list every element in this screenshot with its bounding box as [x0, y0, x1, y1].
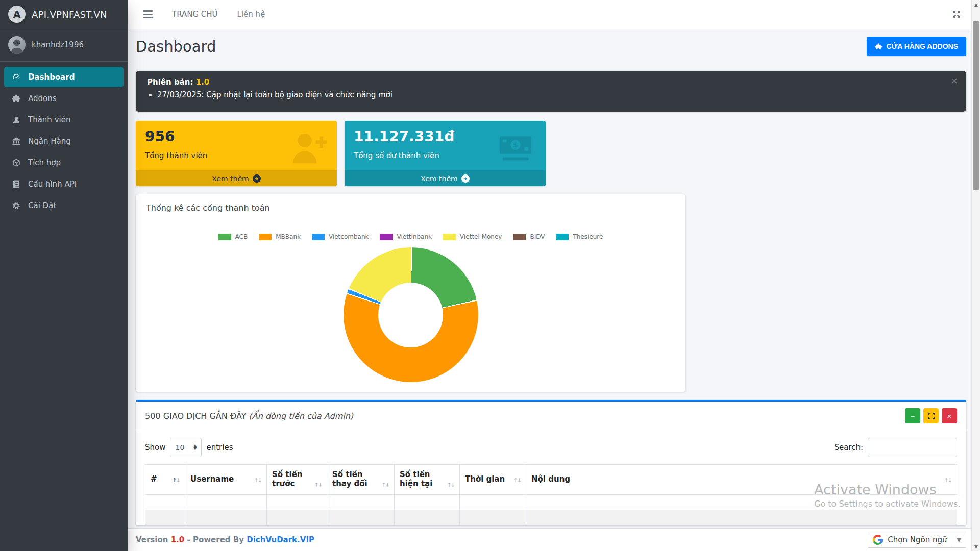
sort-icon: ↑↓: [314, 482, 322, 488]
stat-more-link[interactable]: Xem thêm: [136, 170, 337, 186]
sidebar-item-members[interactable]: Thành viên: [4, 110, 124, 130]
transactions-card: 500 GIAO DỊCH GẦN ĐÂY (Ẩn dòng tiền của …: [136, 400, 966, 525]
callout-note: 27/03/2025: Cập nhật lại toàn bộ giao di…: [157, 90, 955, 99]
legend-item[interactable]: MBBank: [259, 233, 301, 240]
stat-value: 956: [145, 128, 328, 145]
version-callout: Phiên bản: 1.0 27/03/2025: Cập nhật lại …: [136, 71, 966, 112]
column-header-label: Nội dung: [531, 474, 570, 484]
sidebar-item-label: Cấu hình API: [28, 180, 77, 189]
column-header[interactable]: Thời gian↑↓: [460, 465, 526, 495]
table-row: [145, 510, 957, 525]
addons-store-button[interactable]: CỬA HÀNG ADDONS: [867, 37, 966, 56]
legend-swatch: [556, 234, 569, 240]
sidebar-item-label: Ngân Hàng: [28, 137, 71, 146]
stat-label: Tổng số dư thành viên: [354, 151, 536, 160]
nav-link-home[interactable]: TRANG CHỦ: [172, 10, 218, 19]
main-footer: Version 1.0 - Powered By DichVuDark.VIP …: [128, 528, 971, 551]
table-cell: [145, 510, 185, 525]
sidebar-item-banks[interactable]: Ngân Hàng: [4, 131, 124, 152]
donut-chart[interactable]: [344, 247, 478, 382]
sidebar-item-api-config[interactable]: Cấu hình API: [4, 174, 124, 194]
stat-value: 11.127.331đ: [354, 128, 536, 145]
remove-button[interactable]: ×: [942, 408, 957, 423]
caret-down-icon: ▼: [957, 537, 961, 543]
brand-logo-icon: A: [8, 6, 26, 23]
google-icon: [873, 535, 883, 545]
legend-item[interactable]: ACB: [218, 233, 248, 240]
column-header-label: Username: [190, 474, 234, 484]
table-row: [145, 495, 957, 510]
maximize-button[interactable]: [923, 408, 939, 423]
footer-version-number: 1.0: [171, 535, 185, 544]
scrollbar-thumb[interactable]: [973, 21, 979, 190]
page-title: Dashboard: [136, 38, 216, 55]
sidebar-item-integrations[interactable]: Tích hợp: [4, 153, 124, 173]
column-header[interactable]: Số tiền trước↑↓: [267, 465, 327, 495]
column-header[interactable]: Số tiền thay đổi↑↓: [327, 465, 395, 495]
sidebar-item-dashboard[interactable]: Dashboard: [4, 67, 124, 87]
column-header[interactable]: #↑↓: [145, 465, 185, 495]
table-cell: [185, 510, 267, 525]
stat-box-members: 956 Tổng thành viên Xem thêm: [136, 121, 337, 186]
table-cell: [267, 510, 327, 525]
fullscreen-icon[interactable]: [951, 9, 962, 19]
stat-more-link[interactable]: Xem thêm: [345, 170, 546, 186]
legend-label: MBBank: [276, 233, 301, 240]
legend-label: Viettel Money: [460, 233, 502, 240]
show-label: Show: [145, 443, 165, 452]
table-cell: [185, 495, 267, 510]
column-header[interactable]: Số tiền hiện tại↑↓: [395, 465, 460, 495]
legend-swatch: [443, 234, 456, 240]
legend-item[interactable]: Vietcombank: [312, 233, 369, 240]
legend-label: Viettinbank: [397, 233, 432, 240]
powered-by-link[interactable]: DichVuDark.VIP: [247, 535, 314, 544]
column-header-label: Số tiền trước: [272, 470, 312, 488]
brand-text: API.VPNFAST.VN: [32, 9, 107, 20]
stat-box-balance: $ 11.127.331đ Tổng số dư thành viên Xem …: [345, 121, 546, 186]
language-selector[interactable]: Chọn Ngôn ngữ ▼: [868, 532, 966, 548]
legend-item[interactable]: BIDV: [513, 233, 545, 240]
sidebar-item-label: Dashboard: [28, 72, 75, 82]
legend-item[interactable]: Viettinbank: [380, 233, 432, 240]
puzzle-icon: [11, 94, 21, 103]
legend-swatch: [312, 234, 325, 240]
legend-label: ACB: [235, 233, 248, 240]
column-header[interactable]: Username↑↓: [185, 465, 267, 495]
legend-item[interactable]: Thesieure: [556, 233, 603, 240]
search-input[interactable]: [868, 438, 957, 457]
legend-item[interactable]: Viettel Money: [443, 233, 502, 240]
sidebar-item-label: Cài Đặt: [28, 201, 56, 210]
legend-swatch: [513, 234, 526, 240]
sidebar-item-settings[interactable]: Cài Đặt: [4, 195, 124, 216]
transactions-title-note: (Ẩn dòng tiền của Admin): [249, 411, 354, 421]
legend-label: Thesieure: [573, 233, 603, 240]
search-label: Search:: [834, 443, 863, 452]
main-area: TRANG CHỦ Liên hệ Dashboard CỬA HÀNG ADD…: [128, 0, 980, 551]
legend-swatch: [218, 234, 231, 240]
legend-label: BIDV: [530, 233, 545, 240]
gear-icon: [11, 201, 21, 210]
chart-title: Thống kê các cổng thanh toán: [146, 203, 675, 213]
page-length-select[interactable]: 10 ▲▼: [170, 438, 202, 457]
table-cell: [460, 510, 526, 525]
column-header-label: Số tiền hiện tại: [400, 470, 445, 488]
user-panel[interactable]: khanhdz1996: [0, 29, 128, 62]
sidebar-item-addons[interactable]: Addons: [4, 88, 124, 109]
brand[interactable]: A API.VPNFAST.VN: [0, 0, 128, 29]
column-header-label: Số tiền thay đổi: [332, 470, 380, 488]
close-icon[interactable]: ×: [950, 75, 958, 86]
table-cell: [395, 510, 460, 525]
table-cell: [327, 495, 395, 510]
version-number: 1.0: [196, 78, 210, 87]
sidebar-item-label: Tích hợp: [28, 158, 61, 167]
scroll-up-icon[interactable]: ▲: [972, 0, 980, 9]
vertical-scrollbar[interactable]: ▲ ▼: [971, 0, 980, 551]
hamburger-menu-icon[interactable]: [143, 10, 153, 18]
column-header[interactable]: Nội dung↑↓: [526, 465, 957, 495]
scroll-down-icon[interactable]: ▼: [972, 542, 980, 551]
legend-label: Vietcombank: [329, 233, 369, 240]
transactions-title: 500 GIAO DỊCH GẦN ĐÂY (Ẩn dòng tiền của …: [145, 411, 353, 421]
user-name: khanhdz1996: [32, 40, 84, 49]
nav-link-contact[interactable]: Liên hệ: [237, 10, 265, 19]
collapse-button[interactable]: −: [905, 408, 920, 423]
